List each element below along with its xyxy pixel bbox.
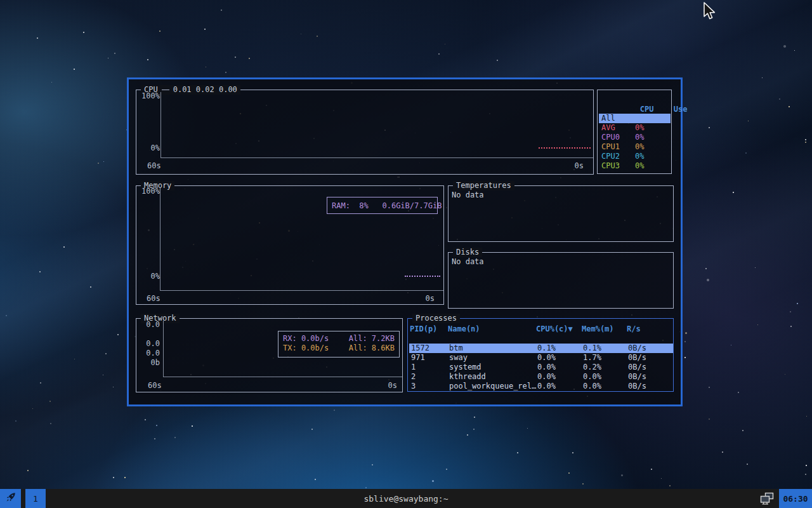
- col-rs: R/s: [627, 324, 641, 334]
- mouse-cursor: [702, 1, 717, 22]
- cpu-row-cpu3[interactable]: CPU30%: [599, 161, 671, 171]
- cpu-x-axis: [160, 157, 593, 158]
- tray-displays-icon[interactable]: [759, 491, 775, 506]
- memory-y-axis: [160, 187, 160, 290]
- memory-widget[interactable]: Memory 100% 0% 60s 0s RAM: 8% 0.6GiB/7.7…: [136, 185, 444, 305]
- process-row[interactable]: 3pool_workqueue_rel…0.0%0.0%0B/s: [409, 382, 673, 391]
- cpu-row-all[interactable]: All: [599, 114, 671, 123]
- cpu-row-cpu1[interactable]: CPU10%: [599, 142, 671, 152]
- clock: 06:30: [779, 489, 812, 508]
- col-mem: Mem%(m): [582, 324, 627, 334]
- terminal-window[interactable]: CPU0.01 0.02 0.00 100% 0% 60s 0s CPUUse …: [127, 77, 683, 406]
- cpu-table-widget[interactable]: CPUUse All AVG0% CPU00% CPU10% CPU20% CP…: [597, 90, 672, 174]
- network-x-right: 0s: [388, 381, 397, 391]
- col-pid: PID(p): [408, 324, 448, 334]
- disks-widget[interactable]: Disks No data: [448, 252, 674, 309]
- desktop: CPU0.01 0.02 0.00 100% 0% 60s 0s CPUUse …: [0, 0, 812, 508]
- disks-empty-text: No data: [452, 257, 484, 267]
- focused-window-title: sblive@swaybang:~: [0, 489, 812, 508]
- network-tx-rate: TX: 0.0b/s: [283, 344, 329, 353]
- cpu-y-max: 100%: [137, 91, 160, 101]
- temperatures-widget[interactable]: Temperatures No data: [448, 185, 674, 242]
- network-y-axis: [163, 321, 164, 377]
- process-row[interactable]: 1572btm0.1%0.1%0B/s: [409, 344, 673, 353]
- network-widget[interactable]: Network 0.0 0.0 0.0 0b 60s 0s RX: 0.0b/s…: [136, 318, 403, 392]
- network-legend: RX: 0.0b/s All: 7.2KB TX: 0.0b/s All: 8.…: [278, 331, 400, 358]
- title-dash: [162, 90, 169, 90]
- cpu-load-average: 0.01 0.02 0.00: [173, 85, 237, 95]
- memory-x-left: 60s: [147, 294, 160, 304]
- cpu-row-cpu2[interactable]: CPU20%: [599, 152, 671, 161]
- temperatures-empty-text: No data: [452, 190, 484, 200]
- memory-y-max: 100%: [137, 187, 160, 196]
- cpu-avg-line: [539, 147, 591, 149]
- network-y2: 0.0: [137, 339, 160, 349]
- network-rx-rate: RX: 0.0b/s: [283, 334, 329, 344]
- network-y4: 0b: [137, 358, 160, 368]
- cpu-widget[interactable]: CPU0.01 0.02 0.00 100% 0% 60s 0s: [136, 90, 594, 175]
- memory-x-axis: [160, 290, 443, 291]
- cpu-x-right: 0s: [575, 161, 584, 171]
- temperatures-widget-title: Temperatures: [453, 181, 514, 190]
- network-x-left: 60s: [148, 381, 162, 391]
- network-x-axis: [163, 377, 402, 377]
- network-rx-total: All: 7.2KB: [349, 334, 395, 344]
- network-y1: 0.0: [137, 320, 160, 330]
- processes-widget[interactable]: Processes PID(p)Name(n)CPU%(c)▼Mem%(m)R/…: [407, 318, 674, 392]
- ram-usage-line: [405, 276, 440, 277]
- cpu-row-avg[interactable]: AVG0%: [599, 123, 671, 133]
- memory-y-min: 0%: [137, 272, 160, 281]
- cpu-row-cpu0[interactable]: CPU00%: [599, 133, 671, 142]
- cpu-y-min: 0%: [137, 144, 160, 153]
- col-cpu: CPU%(c)▼: [536, 324, 582, 334]
- cpu-x-left: 60s: [147, 161, 161, 171]
- taskbar: 1 sblive@swaybang:~ 06:30: [0, 489, 812, 508]
- network-y3: 0.0: [137, 349, 160, 358]
- processes-header-row[interactable]: PID(p)Name(n)CPU%(c)▼Mem%(m)R/s: [408, 324, 673, 334]
- processes-widget-title: Processes: [412, 314, 460, 323]
- col-name: Name(n): [448, 324, 536, 334]
- process-row[interactable]: 2kthreadd0.0%0.0%0B/s: [409, 372, 673, 382]
- ram-legend: RAM: 8% 0.6GiB/7.7GiB: [327, 197, 438, 214]
- network-tx-total: All: 8.6KB: [349, 344, 395, 353]
- cpu-y-axis: [160, 92, 161, 157]
- network-tx-row: TX: 0.0b/s All: 8.6KB: [278, 344, 399, 353]
- process-row[interactable]: 971sway0.0%1.7%0B/s: [409, 353, 673, 363]
- memory-x-right: 0s: [426, 294, 435, 304]
- disks-widget-title: Disks: [453, 248, 482, 257]
- network-rx-row: RX: 0.0b/s All: 7.2KB: [278, 334, 399, 344]
- process-row[interactable]: 1systemd0.0%0.2%0B/s: [409, 363, 673, 372]
